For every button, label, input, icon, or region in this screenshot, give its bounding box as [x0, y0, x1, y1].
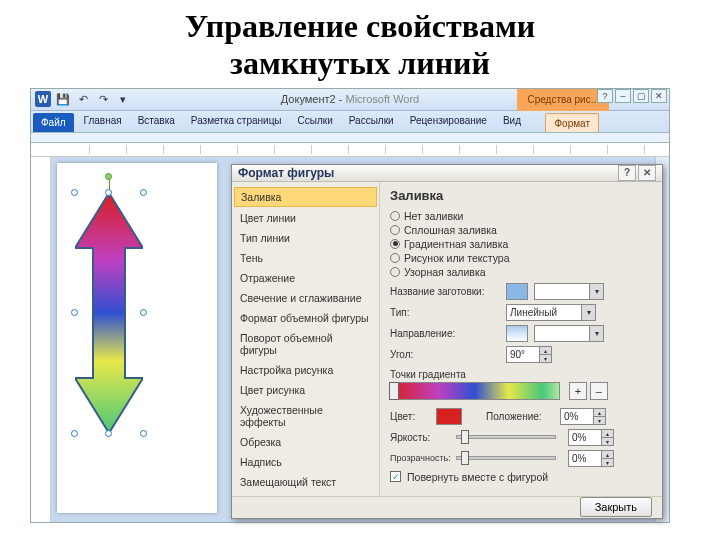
dialog-title: Формат фигуры	[238, 166, 334, 180]
brightness-slider[interactable]	[456, 435, 556, 439]
dialog-footer: Закрыть	[232, 496, 662, 518]
minimize-button[interactable]: –	[615, 89, 631, 103]
gradient-track[interactable]	[390, 382, 560, 400]
dialog-main: Заливка Нет заливки Сплошная заливка Гра…	[380, 182, 662, 496]
add-stop-button[interactable]: +	[569, 382, 587, 400]
sidebar-item-3d-format[interactable]: Формат объемной фигуры	[232, 308, 379, 328]
qat-more-icon[interactable]: ▾	[115, 91, 131, 107]
word-icon: W	[35, 91, 51, 107]
dialog-sidebar: Заливка Цвет линии Тип линии Тень Отраже…	[232, 182, 380, 496]
sidebar-item-picture-corrections[interactable]: Настройка рисунка	[232, 360, 379, 380]
resize-handle[interactable]	[140, 430, 147, 437]
tab-review[interactable]: Рецензирование	[402, 111, 495, 132]
vertical-ruler[interactable]	[31, 157, 51, 522]
sidebar-item-line-color[interactable]: Цвет линии	[232, 208, 379, 228]
tab-file[interactable]: Файл	[33, 113, 74, 132]
panel-heading: Заливка	[390, 188, 652, 203]
radio-no-fill[interactable]	[390, 211, 400, 221]
qat-save-icon[interactable]: 💾	[55, 91, 71, 107]
type-combo[interactable]: Линейный▾	[506, 304, 596, 321]
preset-swatch[interactable]	[506, 283, 528, 300]
close-dialog-button[interactable]: Закрыть	[580, 497, 652, 517]
transparency-label: Прозрачность:	[390, 453, 450, 463]
qat-redo-icon[interactable]: ↷	[95, 91, 111, 107]
ribbon-tabs: Файл Главная Вставка Разметка страницы С…	[31, 111, 669, 133]
sidebar-item-line-style[interactable]: Тип линии	[232, 228, 379, 248]
selected-shape-double-arrow[interactable]	[75, 193, 143, 433]
tab-home[interactable]: Главная	[76, 111, 130, 132]
dialog-help-icon[interactable]: ?	[618, 165, 636, 181]
sidebar-item-crop[interactable]: Обрезка	[232, 432, 379, 452]
sidebar-item-alt-text[interactable]: Замещающий текст	[232, 472, 379, 492]
resize-handle[interactable]	[71, 189, 78, 196]
slide-title-line2: замкнутых линий	[0, 45, 720, 82]
qat-undo-icon[interactable]: ↶	[75, 91, 91, 107]
sidebar-item-3d-rotation[interactable]: Поворот объемной фигуры	[232, 328, 379, 360]
resize-handle[interactable]	[105, 430, 112, 437]
rotate-handle[interactable]	[105, 173, 112, 180]
resize-handle[interactable]	[105, 189, 112, 196]
sidebar-item-shadow[interactable]: Тень	[232, 248, 379, 268]
word-window: W 💾 ↶ ↷ ▾ Документ2 - Microsoft Word Сре…	[30, 88, 670, 523]
preset-label: Название заготовки:	[390, 286, 500, 297]
tab-mail[interactable]: Рассылки	[341, 111, 402, 132]
dialog-titlebar[interactable]: Формат фигуры ? ✕	[232, 165, 662, 182]
radio-pattern-fill[interactable]	[390, 267, 400, 277]
direction-combo[interactable]: ▾	[534, 325, 604, 342]
gradient-stop[interactable]	[389, 382, 399, 400]
brightness-label: Яркость:	[390, 432, 450, 443]
transparency-slider[interactable]	[456, 456, 556, 460]
close-button[interactable]: ✕	[651, 89, 667, 103]
position-label: Положение:	[486, 411, 554, 422]
sidebar-item-fill[interactable]: Заливка	[234, 187, 377, 207]
double-arrow-icon	[75, 193, 143, 433]
direction-label: Направление:	[390, 328, 500, 339]
format-shape-dialog: Формат фигуры ? ✕ Заливка Цвет линии Тип…	[231, 164, 663, 519]
rotate-with-shape-label: Повернуть вместе с фигурой	[407, 471, 548, 483]
color-picker[interactable]	[436, 408, 462, 425]
direction-swatch[interactable]	[506, 325, 528, 342]
stops-label: Точки градиента	[390, 369, 652, 380]
type-label: Тип:	[390, 307, 500, 318]
remove-stop-button[interactable]: –	[590, 382, 608, 400]
radio-gradient-fill[interactable]	[390, 239, 400, 249]
page[interactable]	[57, 163, 217, 513]
help-button[interactable]: ?	[597, 89, 613, 103]
ribbon-body	[31, 133, 669, 143]
resize-handle[interactable]	[71, 430, 78, 437]
brightness-spinner[interactable]: 0%▴▾	[568, 429, 614, 446]
rotate-with-shape-checkbox[interactable]: ✓	[390, 471, 401, 482]
angle-spinner[interactable]: 90°▴▾	[506, 346, 552, 363]
sidebar-item-picture-color[interactable]: Цвет рисунка	[232, 380, 379, 400]
contextual-tab-drawing[interactable]: Средства рис...	[517, 89, 609, 111]
tab-format[interactable]: Формат	[545, 113, 599, 132]
tab-insert[interactable]: Вставка	[130, 111, 183, 132]
maximize-button[interactable]: ▢	[633, 89, 649, 103]
transparency-spinner[interactable]: 0%▴▾	[568, 450, 614, 467]
angle-label: Угол:	[390, 349, 500, 360]
resize-handle[interactable]	[140, 309, 147, 316]
sidebar-item-artistic[interactable]: Художественные эффекты	[232, 400, 379, 432]
radio-picture-fill[interactable]	[390, 253, 400, 263]
resize-handle[interactable]	[140, 189, 147, 196]
sidebar-item-reflection[interactable]: Отражение	[232, 268, 379, 288]
dialog-close-icon[interactable]: ✕	[638, 165, 656, 181]
tab-view[interactable]: Вид	[495, 111, 529, 132]
title-bar: W 💾 ↶ ↷ ▾ Документ2 - Microsoft Word Сре…	[31, 89, 669, 111]
resize-handle[interactable]	[71, 309, 78, 316]
radio-solid-fill[interactable]	[390, 225, 400, 235]
sidebar-item-textbox[interactable]: Надпись	[232, 452, 379, 472]
slide-title: Управление свойствами замкнутых линий	[0, 0, 720, 88]
horizontal-ruler[interactable]	[31, 143, 669, 157]
tab-refs[interactable]: Ссылки	[290, 111, 341, 132]
preset-combo[interactable]: ▾	[534, 283, 604, 300]
sidebar-item-glow[interactable]: Свечение и сглаживание	[232, 288, 379, 308]
color-label: Цвет:	[390, 411, 430, 422]
position-spinner[interactable]: 0%▴▾	[560, 408, 606, 425]
slide-title-line1: Управление свойствами	[0, 8, 720, 45]
tab-layout[interactable]: Разметка страницы	[183, 111, 290, 132]
